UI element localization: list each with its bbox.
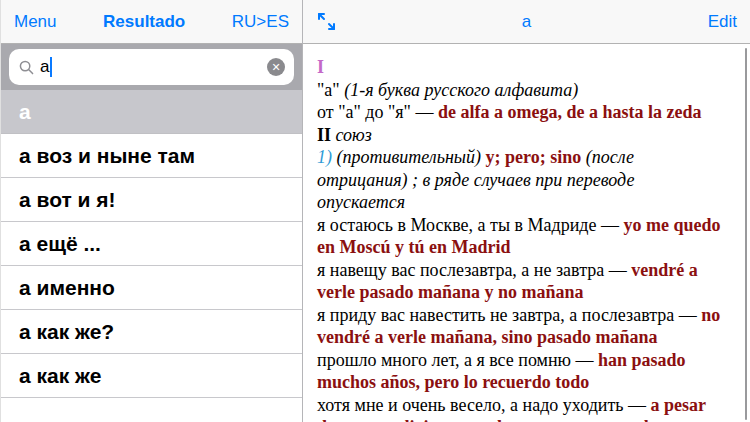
- menu-button[interactable]: Menu: [14, 12, 57, 32]
- expand-arrows-icon[interactable]: [316, 11, 338, 33]
- search-input-value: а: [40, 57, 49, 77]
- entry-segment-plain: я приду вас навестить не завтра, а после…: [317, 305, 701, 325]
- entry-segment-plain: хотя мне и очень весело, а надо уходить …: [317, 395, 651, 415]
- entry-line: от "а" до "я" — de alfa a omega, de a ha…: [317, 101, 734, 124]
- entry-line: vendré a verle mañana, sino pasado mañan…: [317, 326, 734, 349]
- list-item-label: а: [19, 100, 31, 124]
- entry-segment-italic: опускается: [317, 192, 405, 212]
- entry-segment-roman: I: [317, 57, 324, 77]
- entry-line: muchos años, pero lo recuerdo todo: [317, 371, 734, 394]
- entry-line: прошло много лет, а я все помню — han pa…: [317, 349, 734, 372]
- right-navbar: а Edit: [303, 0, 750, 44]
- entry-line: хотя мне и очень весело, а надо уходить …: [317, 394, 734, 417]
- list-item-label: а воз и ныне там: [19, 144, 195, 168]
- entry-line: опускается: [317, 191, 734, 214]
- language-direction-button[interactable]: RU>ES: [232, 12, 289, 32]
- search-bar-container: а ✕: [1, 44, 302, 90]
- entry-segment-trans: no: [701, 305, 720, 325]
- clear-search-icon[interactable]: ✕: [267, 58, 285, 76]
- search-input[interactable]: а ✕: [9, 49, 294, 85]
- entry-line: verle pasado mañana y no mañana: [317, 281, 734, 304]
- entry-segment-trans: vendré a verle mañana, sino pasado mañan…: [317, 327, 658, 347]
- list-item[interactable]: а как же: [1, 354, 302, 398]
- entry-line: en Moscú y tú en Madrid: [317, 236, 734, 259]
- dictionary-app-window: Menu Resultado RU>ES а ✕ аа воз и ныне т…: [0, 0, 750, 422]
- list-item-label: а именно: [19, 276, 115, 300]
- entry-segment-num: 1): [317, 147, 337, 167]
- entry-segment-trans: de que me divierto mucho, tengo que marc…: [317, 417, 694, 422]
- search-panel: Menu Resultado RU>ES а ✕ аа воз и ныне т…: [1, 0, 303, 422]
- entry-segment-trans: han pasado: [598, 350, 686, 370]
- entry-segment-italic: (противительный): [337, 147, 486, 167]
- list-item[interactable]: а: [1, 90, 302, 134]
- entry-segment-bold: II: [317, 125, 336, 145]
- entry-line: II союз: [317, 124, 734, 147]
- dictionary-entry-body: I"а" (1-я буква русского алфавита)от "а"…: [303, 44, 750, 422]
- word-list: аа воз и ныне тама вот и я!а ещё ...а им…: [1, 90, 302, 422]
- text-cursor: [50, 57, 52, 77]
- entry-segment-trans: de alfa a omega, de a hasta la zeda: [438, 102, 701, 122]
- entry-segment-italic: отрицания) ; в ряде случаев при переводе: [317, 170, 634, 190]
- entry-segment-trans: yo me quedo: [623, 215, 720, 235]
- entry-segment-italic: (1-я буква русского алфавита): [344, 80, 578, 100]
- list-item[interactable]: а именно: [1, 266, 302, 310]
- edit-button[interactable]: Edit: [708, 12, 737, 32]
- entry-line: я навещу вас послезавтра, а не завтра — …: [317, 259, 734, 282]
- split-view: Menu Resultado RU>ES а ✕ аа воз и ныне т…: [1, 0, 750, 422]
- entry-segment-plain: я остаюсь в Москве, а ты в Мадриде —: [317, 215, 623, 235]
- entry-segment-plain: я навещу вас послезавтра, а не завтра —: [317, 260, 631, 280]
- entry-segment-trans: muchos años, pero lo recuerdo todo: [317, 372, 589, 392]
- list-item-label: а вот и я!: [19, 188, 116, 212]
- left-navbar-title: Resultado: [103, 12, 185, 32]
- entry-segment-trans: y; pero; sino: [486, 147, 586, 167]
- entry-segment-trans: a pesar: [651, 395, 707, 415]
- entry-segment-plain: "а": [317, 80, 344, 100]
- entry-segment-trans: en Moscú y tú en Madrid: [317, 237, 511, 257]
- entry-line: de que me divierto mucho, tengo que marc…: [317, 416, 734, 422]
- entry-segment-italic: союз: [336, 125, 372, 145]
- list-item-label: а ещё ...: [19, 232, 101, 256]
- entry-panel: а Edit I"а" (1-я буква русского алфавита…: [303, 0, 750, 422]
- entry-line: отрицания) ; в ряде случаев при переводе: [317, 169, 734, 192]
- entry-line: "а" (1-я буква русского алфавита): [317, 79, 734, 102]
- entry-segment-plain: прошло много лет, а я все помню —: [317, 350, 598, 370]
- entry-title: а: [303, 12, 750, 32]
- entry-segment-trans: vendré a: [631, 260, 698, 280]
- list-item[interactable]: а воз и ныне там: [1, 134, 302, 178]
- left-navbar: Menu Resultado RU>ES: [1, 0, 302, 44]
- list-item-label: а как же: [19, 364, 101, 388]
- entry-line: 1) (противительный) y; pero; sino (после: [317, 146, 734, 169]
- entry-segment-trans: verle pasado mañana y no mañana: [317, 282, 584, 302]
- entry-line: I: [317, 56, 734, 79]
- magnifier-icon: [19, 60, 34, 75]
- entry-segment-plain: от "а" до "я" —: [317, 102, 438, 122]
- list-item-label: а как же?: [19, 320, 114, 344]
- list-item[interactable]: а как же?: [1, 310, 302, 354]
- entry-line: я приду вас навестить не завтра, а после…: [317, 304, 734, 327]
- list-item[interactable]: а ещё ...: [1, 222, 302, 266]
- entry-segment-italic: (после: [586, 147, 634, 167]
- list-item[interactable]: а вот и я!: [1, 178, 302, 222]
- entry-line: я остаюсь в Москве, а ты в Мадриде — yo …: [317, 214, 734, 237]
- scrollbar-thumb[interactable]: [745, 48, 748, 420]
